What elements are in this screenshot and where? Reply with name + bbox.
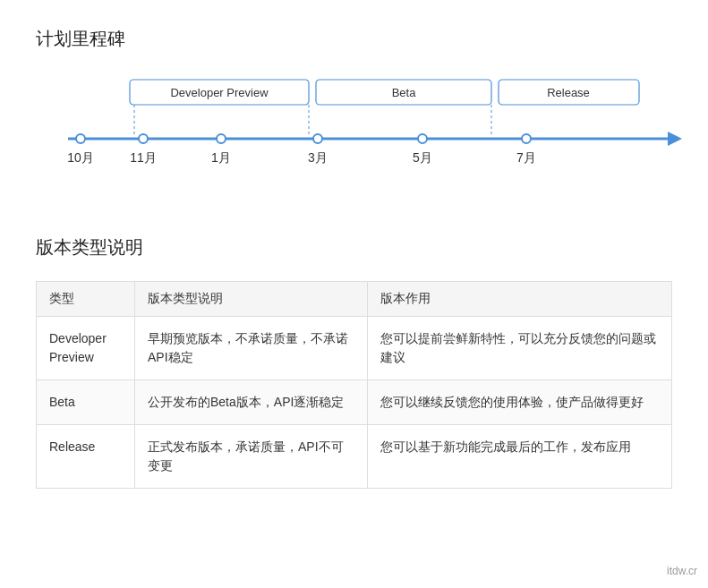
svg-point-13 xyxy=(217,134,226,143)
svg-text:11月: 11月 xyxy=(130,150,157,165)
svg-text:7月: 7月 xyxy=(516,150,536,165)
svg-point-16 xyxy=(522,134,531,143)
timeline-svg: Developer Preview Beta Release xyxy=(36,72,698,189)
table-row: Beta 公开发布的Beta版本，API逐渐稳定 您可以继续反馈您的使用体验，使… xyxy=(37,380,672,425)
version-table: 类型 版本类型说明 版本作用 Developer Preview 早期预览版本，… xyxy=(36,281,672,489)
row-desc-1: 公开发布的Beta版本，API逐渐稳定 xyxy=(135,380,368,425)
table-row: Release 正式发布版本，承诺质量，API不可变更 您可以基于新功能完成最后… xyxy=(37,425,672,489)
row-usage-0: 您可以提前尝鲜新特性，可以充分反馈您的问题或建议 xyxy=(368,317,672,380)
svg-point-14 xyxy=(313,134,322,143)
col-header-description: 版本类型说明 xyxy=(135,282,368,317)
timeline-container: Developer Preview Beta Release xyxy=(36,72,672,192)
row-type-2: Release xyxy=(37,425,135,489)
row-type-0: Developer Preview xyxy=(37,317,135,380)
svg-point-15 xyxy=(418,134,427,143)
svg-text:Release: Release xyxy=(547,86,590,99)
watermark: itdw.cr xyxy=(667,565,697,577)
svg-text:Beta: Beta xyxy=(392,86,417,99)
row-desc-2: 正式发布版本，承诺质量，API不可变更 xyxy=(135,425,368,489)
svg-text:1月: 1月 xyxy=(211,150,231,165)
row-desc-0: 早期预览版本，不承诺质量，不承诺API稳定 xyxy=(135,317,368,380)
svg-marker-10 xyxy=(668,132,682,146)
svg-text:10月: 10月 xyxy=(67,150,94,165)
svg-text:5月: 5月 xyxy=(413,150,432,165)
milestone-section: 计划里程碑 Developer Preview Beta Release xyxy=(36,27,672,192)
milestone-title: 计划里程碑 xyxy=(36,27,672,51)
svg-text:Developer Preview: Developer Preview xyxy=(170,86,269,99)
svg-point-11 xyxy=(76,134,85,143)
row-type-1: Beta xyxy=(37,380,135,425)
col-header-type: 类型 xyxy=(37,282,135,317)
version-section: 版本类型说明 类型 版本类型说明 版本作用 Developer Preview … xyxy=(36,235,672,489)
row-usage-1: 您可以继续反馈您的使用体验，使产品做得更好 xyxy=(368,380,672,425)
version-title: 版本类型说明 xyxy=(36,235,672,260)
col-header-usage: 版本作用 xyxy=(368,282,672,317)
table-row: Developer Preview 早期预览版本，不承诺质量，不承诺API稳定 … xyxy=(37,317,672,380)
svg-point-12 xyxy=(139,134,148,143)
row-usage-2: 您可以基于新功能完成最后的工作，发布应用 xyxy=(368,425,672,489)
svg-text:3月: 3月 xyxy=(308,150,328,165)
